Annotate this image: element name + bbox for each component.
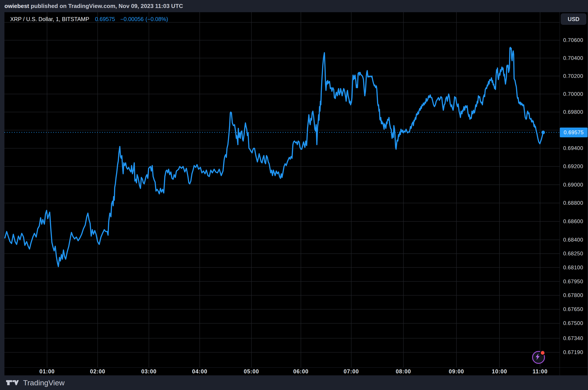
flash-idea-icon[interactable]	[532, 351, 545, 364]
symbol-legend[interactable]: XRP / U.S. Dollar, 1, BITSTAMP0.69575−0.…	[10, 16, 168, 22]
time-axis-label: 03:00	[141, 367, 157, 375]
tradingview-snapshot: owiebest published on TradingView.com, N…	[0, 0, 588, 390]
time-axis-label: 05:00	[244, 367, 259, 375]
price-axis-label: 0.68250	[563, 250, 583, 257]
price-line-chart[interactable]	[0, 0, 588, 390]
price-axis-label: 0.68100	[563, 264, 583, 271]
price-axis-label: 0.67950	[563, 278, 583, 285]
price-axis-label: 0.67190	[563, 349, 583, 356]
price-axis-border[interactable]	[560, 12, 560, 375]
time-axis-label: 02:00	[90, 367, 105, 375]
price-axis-label: 0.68800	[563, 200, 583, 206]
legend-last-price: 0.69575	[95, 16, 115, 22]
time-axis-label: 06:00	[293, 367, 309, 375]
symbol-title: XRP / U.S. Dollar, 1, BITSTAMP	[10, 16, 89, 22]
price-axis-label: 0.67340	[563, 335, 583, 342]
price-axis-label: 0.70400	[563, 55, 583, 61]
notification-dot	[540, 350, 545, 356]
price-axis-label: 0.67800	[563, 292, 583, 299]
currency-toggle-button[interactable]: USD	[561, 13, 587, 25]
price-axis-label: 0.67650	[563, 306, 583, 313]
price-axis-label: 0.69200	[563, 163, 583, 170]
time-axis-label: 10:00	[492, 367, 507, 375]
time-axis-label: 07:00	[344, 367, 359, 375]
price-axis-label: 0.69400	[563, 145, 583, 151]
time-axis-label: 08:00	[396, 367, 411, 375]
last-price-dot	[541, 131, 545, 134]
price-line-series	[5, 47, 543, 266]
legend-change-percent: (−0.08%)	[145, 16, 168, 22]
time-axis-label: 11:00	[533, 367, 548, 375]
price-axis-label: 0.68400	[563, 237, 583, 243]
current-price-tag: 0.69575	[560, 128, 588, 137]
time-axis-label: 01:00	[40, 367, 55, 375]
price-axis-label: 0.68600	[563, 218, 583, 225]
time-axis-label: 09:00	[449, 367, 464, 375]
price-axis-label: 0.67500	[563, 320, 583, 327]
price-axis-label: 0.69000	[563, 182, 583, 188]
time-axis-label: 04:00	[192, 367, 207, 375]
price-axis-label: 0.70200	[563, 73, 583, 79]
price-axis-label: 0.69800	[563, 109, 583, 115]
legend-change: −0.00056	[120, 16, 144, 22]
price-axis-label: 0.70000	[563, 91, 583, 98]
price-axis-label: 0.70600	[563, 37, 583, 44]
